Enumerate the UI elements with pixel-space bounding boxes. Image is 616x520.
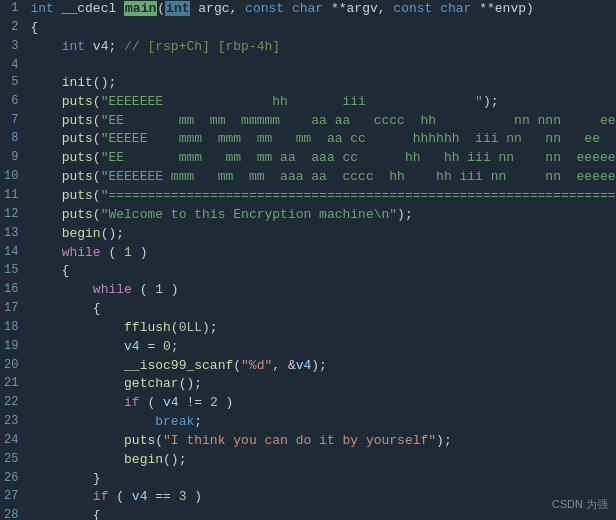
table-row: 5 init(); [0,74,616,93]
line-number: 19 [0,338,26,357]
line-number: 22 [0,394,26,413]
line-number: 4 [0,57,26,74]
table-row: 10 puts("EEEEEEE mmm mm mm aaa aa cccc h… [0,168,616,187]
table-row: 17 { [0,300,616,319]
table-row: 11 puts("===============================… [0,187,616,206]
line-number: 11 [0,187,26,206]
line-code: puts("==================================… [26,187,616,206]
line-number: 10 [0,168,26,187]
line-code: init(); [26,74,616,93]
branding-label: CSDN 为强 [552,497,608,512]
line-number: 26 [0,470,26,489]
line-code: fflush(0LL); [26,319,616,338]
line-number: 24 [0,432,26,451]
table-row: 26 } [0,470,616,489]
line-code: if ( v4 != 2 ) [26,394,616,413]
table-row: 12 puts("Welcome to this Encryption mach… [0,206,616,225]
line-code: puts("EE mm mm mmmmm aa aa cccc hh nn nn… [26,112,616,131]
line-code: puts("EEEEEEE hh iii "); [26,93,616,112]
line-number: 7 [0,112,26,131]
line-code: { [26,507,616,520]
table-row: 7 puts("EE mm mm mmmmm aa aa cccc hh nn … [0,112,616,131]
line-number: 3 [0,38,26,57]
table-row: 25 begin(); [0,451,616,470]
table-row: 23 break; [0,413,616,432]
line-code: puts("Welcome to this Encryption machine… [26,206,616,225]
line-code: int __cdecl main(int argc, const char **… [26,0,616,19]
line-code: { [26,262,616,281]
line-number: 20 [0,357,26,376]
table-row: 6 puts("EEEEEEE hh iii "); [0,93,616,112]
line-code: { [26,19,616,38]
table-row: 24 puts("I think you can do it by yourse… [0,432,616,451]
line-code: begin(); [26,225,616,244]
table-row: 3 int v4; // [rsp+Ch] [rbp-4h] [0,38,616,57]
line-code: begin(); [26,451,616,470]
line-number: 23 [0,413,26,432]
line-code: puts("EEEEE mmm mmm mm mm aa cc hhhhhh i… [26,130,616,149]
line-number: 18 [0,319,26,338]
line-code: } [26,470,616,489]
line-code: break; [26,413,616,432]
table-row: 27 if ( v4 == 3 ) [0,488,616,507]
line-number: 27 [0,488,26,507]
table-row: 1int __cdecl main(int argc, const char *… [0,0,616,19]
table-row: 22 if ( v4 != 2 ) [0,394,616,413]
line-number: 28 [0,507,26,520]
line-code [26,57,616,74]
table-row: 4 [0,57,616,74]
line-number: 15 [0,262,26,281]
line-number: 8 [0,130,26,149]
table-row: 8 puts("EEEEE mmm mmm mm mm aa cc hhhhhh… [0,130,616,149]
line-number: 25 [0,451,26,470]
table-row: 13 begin(); [0,225,616,244]
line-number: 17 [0,300,26,319]
table-row: 16 while ( 1 ) [0,281,616,300]
table-row: 20 __isoc99_scanf("%d", &v4); [0,357,616,376]
line-number: 21 [0,375,26,394]
table-row: 14 while ( 1 ) [0,244,616,263]
line-number: 1 [0,0,26,19]
line-number: 12 [0,206,26,225]
table-row: 15 { [0,262,616,281]
line-code: v4 = 0; [26,338,616,357]
line-number: 9 [0,149,26,168]
line-number: 13 [0,225,26,244]
line-code: { [26,300,616,319]
line-code: getchar(); [26,375,616,394]
line-code: puts("EEEEEEE mmm mm mm aaa aa cccc hh h… [26,168,616,187]
line-number: 16 [0,281,26,300]
table-row: 18 fflush(0LL); [0,319,616,338]
table-row: 28 { [0,507,616,520]
table-row: 19 v4 = 0; [0,338,616,357]
table-row: 21 getchar(); [0,375,616,394]
line-number: 2 [0,19,26,38]
line-number: 14 [0,244,26,263]
code-table: 1int __cdecl main(int argc, const char *… [0,0,616,520]
line-number: 6 [0,93,26,112]
line-code: while ( 1 ) [26,281,616,300]
line-number: 5 [0,74,26,93]
line-code: while ( 1 ) [26,244,616,263]
line-code: if ( v4 == 3 ) [26,488,616,507]
table-row: 2{ [0,19,616,38]
line-code: int v4; // [rsp+Ch] [rbp-4h] [26,38,616,57]
table-row: 9 puts("EE mmm mm mm aa aaa cc hh hh iii… [0,149,616,168]
line-code: puts("EE mmm mm mm aa aaa cc hh hh iii n… [26,149,616,168]
line-code: __isoc99_scanf("%d", &v4); [26,357,616,376]
line-code: puts("I think you can do it by yourself"… [26,432,616,451]
code-editor: 1int __cdecl main(int argc, const char *… [0,0,616,520]
